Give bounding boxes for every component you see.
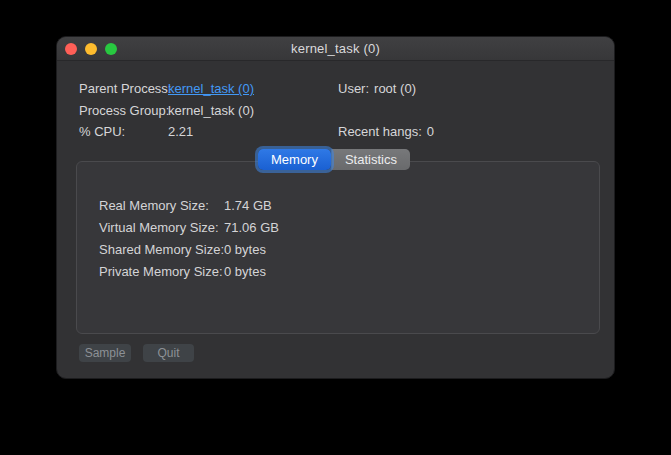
cpu-value: 2.21 [168, 124, 193, 139]
tab-memory[interactable]: Memory [258, 149, 331, 170]
user-label: User: [338, 81, 369, 96]
window-title: kernel_task (0) [291, 41, 380, 56]
shared-memory-label: Shared Memory Size: [99, 242, 224, 257]
recent-hangs-row: Recent hangs: 0 [338, 124, 434, 139]
memory-panel: Real Memory Size: 1.74 GB Virtual Memory… [76, 161, 600, 334]
real-memory-label: Real Memory Size: [99, 198, 209, 213]
traffic-lights [65, 43, 117, 55]
window-content: Parent Process: kernel_task (0) User: ro… [57, 61, 614, 379]
process-info-window: kernel_task (0) Parent Process: kernel_t… [56, 36, 615, 379]
recent-hangs-label: Recent hangs: [338, 124, 422, 139]
parent-process-label: Parent Process: [79, 81, 172, 96]
virtual-memory-label: Virtual Memory Size: [99, 220, 219, 235]
cpu-label: % CPU: [79, 124, 125, 139]
process-group-value: kernel_task (0) [168, 103, 254, 118]
real-memory-value: 1.74 GB [224, 198, 272, 213]
private-memory-value: 0 bytes [224, 264, 266, 279]
virtual-memory-value: 71.06 GB [224, 220, 279, 235]
tab-bar: Memory Statistics [258, 149, 410, 170]
titlebar[interactable]: kernel_task (0) [57, 37, 614, 61]
quit-button[interactable]: Quit [143, 344, 194, 362]
sample-button[interactable]: Sample [79, 344, 131, 362]
parent-process-link[interactable]: kernel_task (0) [168, 81, 254, 96]
process-group-label: Process Group: [79, 103, 169, 118]
zoom-button[interactable] [105, 43, 117, 55]
user-value: root (0) [374, 81, 416, 96]
minimize-button[interactable] [85, 43, 97, 55]
close-button[interactable] [65, 43, 77, 55]
tab-statistics[interactable]: Statistics [331, 149, 410, 170]
private-memory-label: Private Memory Size: [99, 264, 223, 279]
desktop: { "window": { "title": "kernel_task (0)"… [0, 0, 671, 455]
user-row: User: root (0) [338, 81, 416, 96]
recent-hangs-value: 0 [427, 124, 434, 139]
shared-memory-value: 0 bytes [224, 242, 266, 257]
